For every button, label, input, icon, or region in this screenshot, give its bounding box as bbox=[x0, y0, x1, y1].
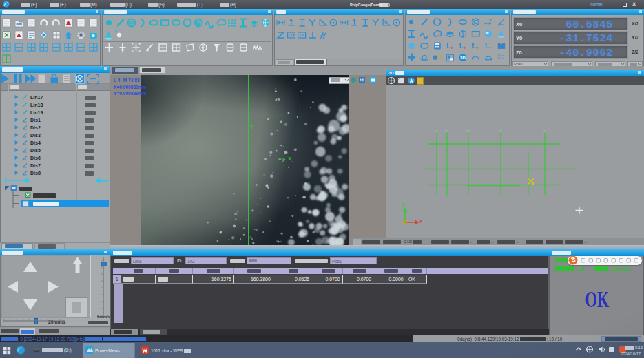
svg-text:3D: 3D bbox=[460, 56, 466, 60]
svg-text:A: A bbox=[410, 78, 413, 83]
